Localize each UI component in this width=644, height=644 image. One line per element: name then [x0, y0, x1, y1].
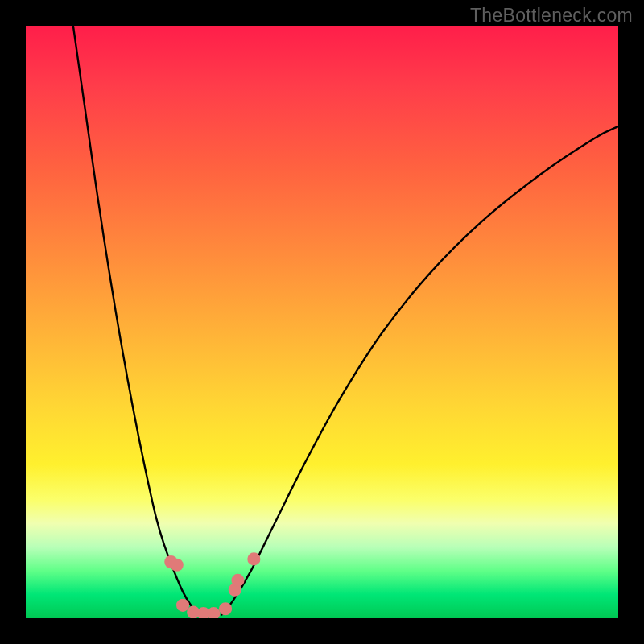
curves-svg: [26, 26, 618, 618]
watermark-label: TheBottleneck.com: [470, 5, 633, 27]
data-marker: [171, 559, 184, 572]
data-marker: [176, 599, 189, 612]
data-marker: [219, 602, 232, 615]
data-marker: [231, 574, 244, 587]
plot-area: [26, 26, 618, 618]
marker-group: [164, 552, 260, 618]
left-branch-curve: [73, 26, 200, 615]
data-marker: [207, 607, 220, 618]
chart-frame: TheBottleneck.com: [0, 0, 644, 644]
data-marker: [247, 552, 260, 565]
right-branch-curve: [221, 126, 618, 615]
